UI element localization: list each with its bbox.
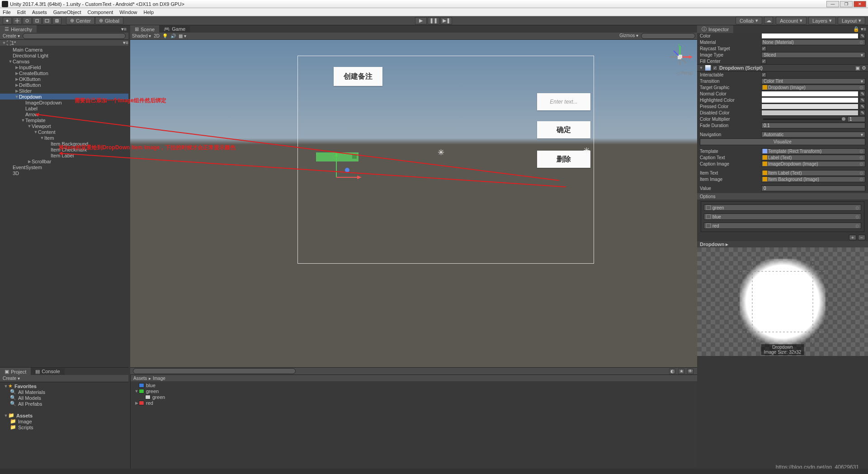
scene-search[interactable] — [641, 33, 695, 39]
shading-mode[interactable]: Shaded ▾ — [132, 33, 151, 38]
scale-tool[interactable] — [33, 17, 42, 24]
project-tree-item[interactable]: 📁Image — [0, 418, 128, 424]
hierarchy-item[interactable]: ImageDropdown — [0, 100, 128, 105]
project-tree-item[interactable]: 🔍All Materials — [0, 389, 128, 395]
hierarchy-item[interactable]: ▼Content — [0, 129, 128, 135]
close-button[interactable]: ✕ — [854, 1, 866, 7]
pause-button[interactable]: ❚❚ — [428, 17, 439, 24]
move-tool[interactable] — [13, 17, 22, 24]
hand-tool[interactable] — [3, 17, 12, 24]
asset-item[interactable]: blue — [131, 382, 697, 388]
breadcrumb[interactable]: Assets ▸ Image — [131, 375, 697, 381]
hierarchy-item[interactable]: ▼Viewport — [0, 123, 128, 129]
menu-edit[interactable]: Edit — [17, 9, 26, 15]
object-field[interactable]: Label (Text)⊙ — [761, 155, 865, 161]
maximize-button[interactable]: ❐ — [840, 1, 853, 7]
eyedropper-icon[interactable]: ✎ — [859, 97, 865, 103]
hierarchy-item[interactable]: ▶Scrollbar — [0, 158, 128, 164]
horizontal-scrollbar[interactable] — [0, 469, 868, 474]
inspector-field[interactable]: ✓ — [761, 58, 865, 64]
game-tab[interactable]: 🎮 Game — [159, 26, 190, 33]
save-search-icon[interactable]: ★ — [678, 369, 684, 374]
hierarchy-item[interactable]: ▼Item — [0, 135, 128, 141]
menu-component[interactable]: Component — [87, 9, 113, 15]
hierarchy-item[interactable]: Main Camera — [0, 47, 128, 52]
object-field[interactable]: Item Label (Text)⊙ — [761, 170, 865, 176]
project-tree-item[interactable] — [0, 407, 128, 412]
minimize-button[interactable]: — — [826, 1, 839, 7]
asset-item[interactable]: ▶red — [131, 400, 697, 406]
lighting-toggle[interactable]: 💡 — [162, 33, 168, 38]
target-graphic-field[interactable]: Dropdown (Image)⊙ — [761, 85, 865, 90]
asset-item[interactable]: ▼green — [131, 388, 697, 394]
gizmos-toggle[interactable]: Gizmos ▾ — [619, 33, 638, 39]
persp-label[interactable]: ◁ Persp — [676, 71, 693, 76]
transform-tool[interactable] — [52, 17, 61, 24]
hierarchy-item[interactable]: ▼Canvas — [0, 58, 128, 64]
inspector-tab[interactable]: ⓘ Inspector — [697, 25, 733, 33]
account-button[interactable]: Account ▾ — [776, 17, 807, 24]
fx-toggle[interactable]: ▦ ▾ — [179, 33, 186, 38]
audio-toggle[interactable]: 🔊 — [170, 33, 176, 38]
hierarchy-item[interactable]: ▶CreateButton — [0, 70, 128, 76]
menu-file[interactable]: File — [3, 9, 11, 15]
interactable-checkbox[interactable]: ✓ — [761, 72, 766, 77]
project-tree-item[interactable]: 🔍All Prefabs — [0, 401, 128, 407]
console-tab[interactable]: ▤ Console — [31, 368, 64, 375]
menu-window[interactable]: Window — [119, 9, 137, 15]
color-field[interactable] — [761, 110, 859, 116]
color-multiplier-value[interactable]: 1 — [847, 116, 865, 122]
inspector-field[interactable]: ✎ — [761, 33, 865, 39]
hierarchy-item[interactable]: Label — [0, 105, 128, 111]
component-enabled-checkbox[interactable]: ✓ — [712, 66, 717, 71]
value-field[interactable]: 0 — [761, 185, 865, 191]
inspector-lock[interactable]: 🔒 ▾≡ — [851, 26, 868, 32]
object-field[interactable]: Template (Rect Transform)⊙ — [761, 148, 865, 154]
asset-item[interactable]: green — [131, 394, 697, 400]
hierarchy-item[interactable]: EventSystem — [0, 164, 128, 170]
visualize-button[interactable]: Visualize — [700, 138, 865, 145]
hierarchy-item[interactable]: Item Label — [0, 152, 128, 158]
project-tree-item[interactable]: ▼★Favorites — [0, 383, 128, 389]
color-field[interactable] — [761, 104, 859, 109]
object-field[interactable]: ImageDropdown (Image)⊙ — [761, 161, 865, 167]
option-item[interactable]: green⊙ — [704, 204, 861, 211]
color-field[interactable] — [761, 97, 859, 103]
pivot-center-toggle[interactable]: ⊕ Center — [66, 17, 95, 24]
add-option-button[interactable]: + — [849, 235, 856, 240]
option-item[interactable]: blue⊙ — [704, 213, 861, 220]
hierarchy-item[interactable]: ▶InputField — [0, 64, 128, 70]
inspector-field[interactable]: ✓ — [761, 46, 865, 51]
menu-help[interactable]: Help — [143, 9, 154, 15]
hierarchy-item[interactable]: ▼Template — [0, 117, 128, 123]
preview-header[interactable]: Dropdown ▸ — [697, 241, 868, 247]
orientation-gizmo[interactable]: y — [666, 43, 693, 71]
project-tree-item[interactable]: 📁Scripts — [0, 424, 128, 430]
option-item[interactable]: red⊙ — [704, 223, 861, 229]
hierarchy-item[interactable]: ▶Slider — [0, 88, 128, 94]
project-tab[interactable]: ▣ Project — [0, 368, 31, 375]
rotate-tool[interactable] — [23, 17, 32, 24]
layout-button[interactable]: Layout ▾ — [838, 17, 865, 24]
project-search[interactable] — [133, 368, 296, 374]
rect-tool[interactable] — [42, 17, 52, 24]
object-field[interactable]: Item Background (Image)⊙ — [761, 176, 865, 182]
play-button[interactable]: ▶ — [415, 17, 427, 24]
settings-icon[interactable]: ⚙ — [862, 65, 866, 71]
hierarchy-item[interactable]: ▶OKButton — [0, 76, 128, 82]
cloud-button[interactable]: ☁ — [764, 17, 773, 24]
scene-view[interactable]: 创建备注 Enter text... 确定 删除 ✳ ✳ y ◁ Persp — [130, 40, 697, 367]
hierarchy-tab[interactable]: ☰ Hierarchy — [0, 25, 37, 33]
inspector-field[interactable]: None (Material)⊙ — [761, 39, 865, 45]
fade-duration-field[interactable]: 0.1 — [761, 123, 865, 128]
project-tree-item[interactable]: 🔍All Models — [0, 395, 128, 401]
menu-assets[interactable]: Assets — [32, 9, 47, 15]
navigation-dropdown[interactable]: Automatic▾ — [761, 132, 865, 137]
transition-dropdown[interactable]: Color Tint▾ — [761, 78, 865, 84]
local-global-toggle[interactable]: ⊕ Global — [95, 17, 123, 24]
filter-icon[interactable]: ◐ — [669, 369, 675, 374]
menu-gameobject[interactable]: GameObject — [53, 9, 81, 15]
scene-tab[interactable]: ⊞ Scene — [130, 25, 159, 33]
layers-button[interactable]: Layers ▾ — [808, 17, 836, 24]
hierarchy-item[interactable]: Directional Light — [0, 52, 128, 58]
